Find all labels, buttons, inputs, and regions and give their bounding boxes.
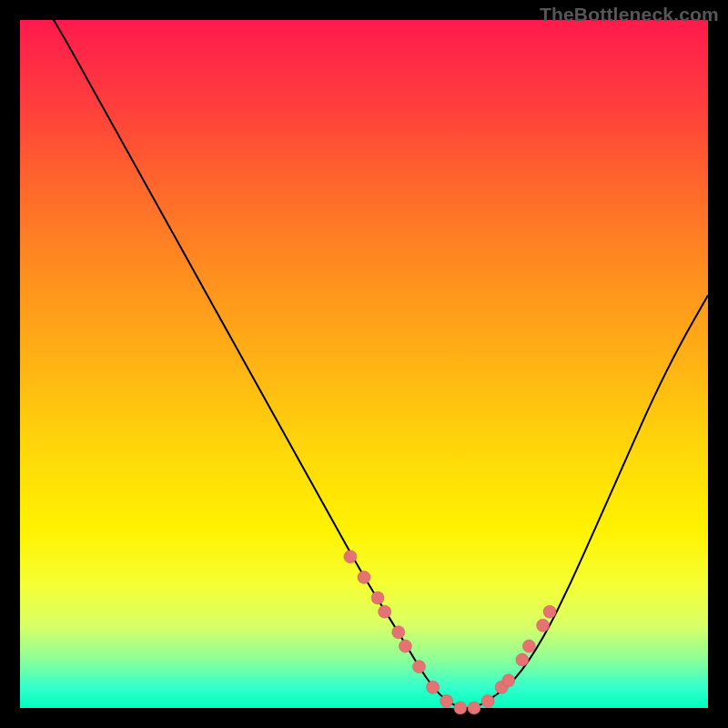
marker-point — [344, 551, 357, 563]
marker-point — [392, 626, 405, 639]
marker-point — [516, 653, 529, 666]
marker-point — [358, 571, 370, 583]
marker-point — [399, 640, 411, 652]
marker-point — [454, 702, 467, 714]
plot-area — [20, 20, 708, 708]
marker-point — [543, 605, 556, 618]
marker-point — [379, 605, 391, 618]
bottleneck-curve — [20, 0, 708, 708]
marker-point — [468, 702, 480, 714]
marker-point — [427, 681, 440, 693]
marker-point — [502, 674, 515, 687]
marker-point — [481, 694, 494, 707]
marker-point — [537, 619, 550, 632]
marker-group — [344, 551, 556, 714]
chart-frame: TheBottleneck.com — [0, 0, 728, 728]
marker-point — [522, 640, 535, 652]
marker-point — [440, 694, 453, 707]
marker-point — [413, 661, 426, 673]
marker-point — [371, 592, 384, 604]
chart-svg — [20, 20, 708, 708]
watermark-text: TheBottleneck.com — [540, 4, 719, 25]
